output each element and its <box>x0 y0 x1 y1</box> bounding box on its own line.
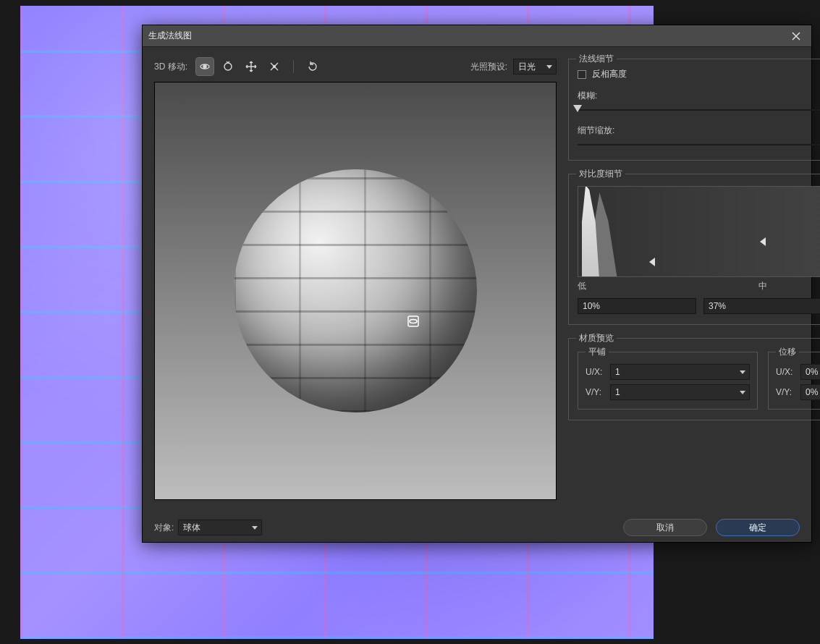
invert-height-label: 反相高度 <box>592 68 627 80</box>
slider-track <box>578 144 820 145</box>
contrast-histogram[interactable] <box>578 186 820 277</box>
blur-slider[interactable] <box>578 105 820 115</box>
dialog-footer: 对象: 球体 取消 确定 <box>154 507 800 536</box>
dialog-title: 生成法线图 <box>148 30 192 42</box>
svg-point-2 <box>224 63 232 70</box>
ok-button[interactable]: 确定 <box>716 519 800 536</box>
object-value: 球体 <box>183 522 200 534</box>
material-preview-legend: 材质预览 <box>576 332 617 344</box>
invert-height-checkbox[interactable] <box>578 70 586 79</box>
slider-track <box>578 109 820 111</box>
toolbar-divider <box>293 60 294 73</box>
offset-ux-select[interactable]: 0% <box>800 364 820 380</box>
offset-vy-value: 0% <box>806 387 818 397</box>
generate-normal-map-dialog: 生成法线图 3D 移动: <box>142 25 812 543</box>
tiling-subfield: 平铺 U/X: 1 V/Y: 1 <box>578 352 758 410</box>
cancel-button[interactable]: 取消 <box>623 519 707 536</box>
detail-scale-slider[interactable] <box>578 140 820 150</box>
lighting-preset-select[interactable]: 日光 <box>513 59 557 75</box>
pan-icon <box>245 61 257 72</box>
offset-vy-label: V/Y: <box>776 387 796 397</box>
lighting-preset-value: 日光 <box>518 61 536 73</box>
detail-scale-label: 细节缩放: <box>578 124 614 137</box>
offset-legend: 位移 <box>776 346 799 358</box>
contrast-mid-label: 中 <box>758 280 767 292</box>
right-column: 法线细节 反相高度 模糊: 细节缩放: <box>568 56 820 500</box>
tiling-vy-value: 1 <box>615 387 620 397</box>
titlebar: 生成法线图 <box>143 25 811 47</box>
close-button[interactable] <box>787 28 806 44</box>
offset-subfield: 位移 U/X: 0% V/Y: 0% <box>768 352 820 410</box>
offset-ux-value: 0% <box>806 367 818 377</box>
tiling-vy-label: V/Y: <box>586 387 606 397</box>
tiling-ux-select[interactable]: 1 <box>610 364 750 380</box>
tiling-ux-value: 1 <box>615 367 620 377</box>
blur-label: 模糊: <box>578 90 597 102</box>
pan-tool-button[interactable] <box>242 58 260 75</box>
preview-sphere <box>234 169 477 412</box>
offset-vy-select[interactable]: 0% <box>800 384 820 400</box>
normal-detail-legend: 法线细节 <box>576 53 617 65</box>
slide-tool-button[interactable] <box>266 58 283 75</box>
contrast-detail-fieldset: 对比度细节 低 中 高 <box>568 174 820 325</box>
offset-ux-label: U/X: <box>776 367 796 377</box>
reset-icon <box>307 61 318 72</box>
left-column: 3D 移动: <box>154 56 557 500</box>
object-select[interactable]: 球体 <box>178 520 262 535</box>
normal-detail-fieldset: 法线细节 反相高度 模糊: 细节缩放: <box>568 59 820 161</box>
svg-point-3 <box>274 66 276 68</box>
contrast-detail-legend: 对比度细节 <box>576 168 625 180</box>
roll-icon <box>222 61 234 72</box>
3d-preview-viewport[interactable] <box>154 82 557 500</box>
close-icon <box>792 32 800 41</box>
tiling-legend: 平铺 <box>586 346 609 358</box>
3d-move-label: 3D 移动: <box>154 61 187 73</box>
material-preview-fieldset: 材质预览 平铺 U/X: 1 V/Y: 1 <box>568 338 820 420</box>
tiling-ux-label: U/X: <box>586 367 606 377</box>
3d-toolbar: 3D 移动: <box>154 56 557 77</box>
contrast-low-label: 低 <box>578 280 586 292</box>
slide-icon <box>269 61 280 72</box>
contrast-low-input[interactable] <box>578 298 696 314</box>
object-label: 对象: <box>154 522 174 534</box>
contrast-mid-input[interactable] <box>703 298 820 314</box>
roll-tool-button[interactable] <box>219 58 237 75</box>
tiling-vy-select[interactable]: 1 <box>610 384 750 400</box>
slider-thumb[interactable] <box>573 105 582 112</box>
lighting-preset-label: 光照预设: <box>470 61 507 73</box>
histogram-marker[interactable] <box>649 258 655 266</box>
svg-point-5 <box>410 320 417 323</box>
dialog-body: 3D 移动: <box>143 47 811 542</box>
orbit-icon <box>199 61 211 72</box>
orbit-cursor-icon <box>406 314 420 329</box>
invert-height-row: 反相高度 <box>578 68 820 80</box>
upper-area: 3D 移动: <box>154 56 800 500</box>
reset-view-button[interactable] <box>304 58 321 75</box>
svg-point-1 <box>203 65 206 68</box>
histogram-marker[interactable] <box>760 237 766 246</box>
orbit-tool-button[interactable] <box>196 58 214 75</box>
